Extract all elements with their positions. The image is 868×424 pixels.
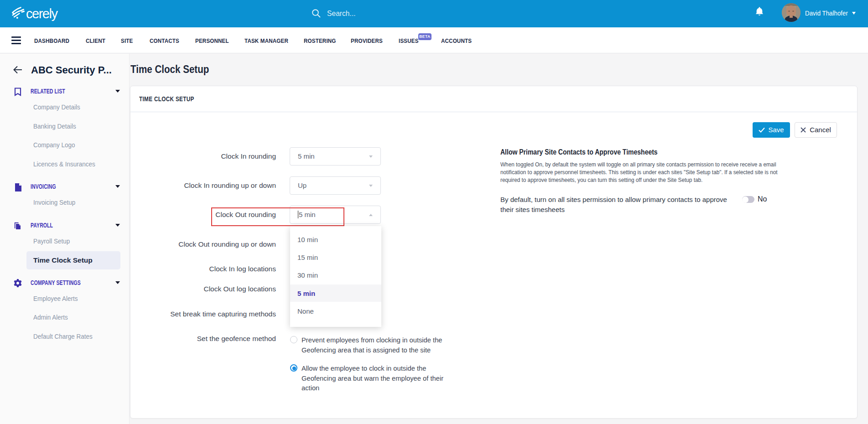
- svg-text:cerely: cerely: [26, 6, 58, 21]
